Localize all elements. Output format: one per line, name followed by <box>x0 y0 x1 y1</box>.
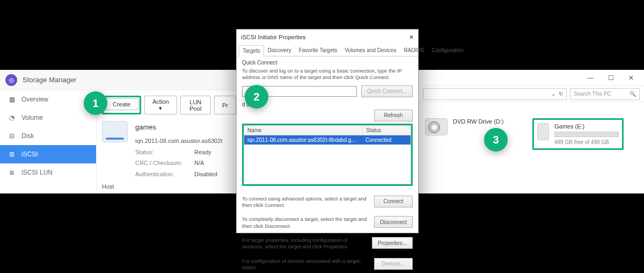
lun-icon: ≣ <box>8 168 16 177</box>
quick-connect-button[interactable]: Quick Connect... <box>361 85 413 97</box>
host-label: Host <box>102 183 236 190</box>
capacity-bar <box>554 132 619 137</box>
iscsi-icon: ⊞ <box>8 150 16 159</box>
close-icon[interactable]: ✕ <box>409 34 414 41</box>
sidebar-item-iscsi-lun[interactable]: ≣ iSCSI LUN <box>0 163 96 182</box>
drive-label: DVD RW Drive (D:) <box>453 118 504 125</box>
storage-manager-window: ◎ Storage Manager ▦ Overview ◔ Volume ⊟ … <box>0 70 241 193</box>
step-badge-1: 1 <box>84 91 107 115</box>
discovered-targets-label: d targets <box>242 102 413 107</box>
lun-pool-button[interactable]: LUN Pool <box>180 96 211 114</box>
iscsi-initiator-dialog: iSCSI Initiator Properties ✕ Targets Dis… <box>236 29 419 233</box>
hdd-drive-icon <box>537 123 549 140</box>
status-value: Ready <box>194 149 211 155</box>
storage-manager-sidebar: ▦ Overview ◔ Volume ⊟ Disk ⊞ iSCSI ≣ iSC… <box>0 90 97 193</box>
search-placeholder: Search This PC <box>574 91 611 97</box>
overview-icon: ▦ <box>8 95 16 104</box>
sidebar-item-disk[interactable]: ⊟ Disk <box>0 127 96 145</box>
disconnect-desc: To completely disconnect a target, selec… <box>242 216 369 229</box>
step-badge-3: 3 <box>484 128 508 152</box>
target-iqn: iqn.2011-08.com.asustor.as6302t <box>135 135 223 147</box>
storage-manager-toolbar: Create Action ▾ LUN Pool Pr <box>102 96 236 114</box>
sidebar-label: iSCSI <box>21 150 38 158</box>
action-button[interactable]: Action ▾ <box>144 96 177 114</box>
drive-games[interactable]: Games (E:) 499 GB free of 499 GB <box>554 123 619 145</box>
disconnect-button[interactable]: Disconnect <box>374 216 413 228</box>
tab-favorite-targets[interactable]: Favorite Targets <box>295 45 341 56</box>
status-label: Status: <box>135 147 194 158</box>
target-name: games <box>135 121 223 134</box>
devices-button[interactable]: Devices... <box>374 258 413 270</box>
dropdown-icon[interactable]: ⌄ <box>551 91 555 97</box>
tab-discovery[interactable]: Discovery <box>264 45 295 56</box>
storage-manager-title: Storage Manager <box>23 76 76 84</box>
quick-connect-desc: To discover and log on to a target using… <box>242 68 413 81</box>
target-row-status: Connected <box>362 135 411 145</box>
col-name: Name <box>244 126 362 135</box>
quick-connect-group: Quick Connect <box>242 60 413 66</box>
crc-label: CRC / Checksum: <box>135 157 194 169</box>
sidebar-label: iSCSI LUN <box>21 169 53 176</box>
window-close-button[interactable]: ✕ <box>621 71 641 84</box>
disk-icon <box>102 121 128 142</box>
properties-desc: For target properties, including configu… <box>242 237 367 250</box>
storage-manager-titlebar: ◎ Storage Manager <box>0 70 241 90</box>
iscsi-dialog-titlebar: iSCSI Initiator Properties ✕ <box>237 30 418 45</box>
sidebar-item-overview[interactable]: ▦ Overview <box>0 90 96 109</box>
connect-desc: To connect using advanced options, selec… <box>242 196 369 209</box>
targets-list-highlight: Name Status iqn.2011-08.com.asustor:as63… <box>242 124 413 186</box>
properties-button[interactable]: Properties... <box>372 237 413 249</box>
auth-value: Disabled <box>194 171 217 177</box>
sidebar-item-iscsi[interactable]: ⊞ iSCSI <box>0 145 96 163</box>
col-status: Status <box>362 126 411 135</box>
search-field[interactable]: Search This PC 🔍 <box>570 88 640 100</box>
connect-button[interactable]: Connect <box>374 196 413 207</box>
create-highlight: Create <box>102 96 141 114</box>
auth-label: Authentication: <box>135 169 194 180</box>
sidebar-label: Overview <box>21 96 48 103</box>
explorer-titlebar: — ☐ ✕ <box>419 70 644 86</box>
crc-value: N/A <box>194 160 204 166</box>
iscsi-dialog-title: iSCSI Initiator Properties <box>241 34 305 40</box>
drive-label: Games (E:) <box>554 123 619 130</box>
search-icon: 🔍 <box>630 91 636 97</box>
volume-icon: ◔ <box>8 113 16 122</box>
dvd-drive-icon <box>425 118 448 135</box>
tab-configuration[interactable]: Configuration <box>428 45 467 56</box>
sidebar-label: Disk <box>21 132 34 140</box>
explorer-address-bar: ⌄ ↻ Search This PC 🔍 <box>419 86 644 102</box>
window-max-button[interactable]: ☐ <box>601 71 620 84</box>
storage-manager-logo-icon: ◎ <box>5 74 17 86</box>
explorer-window: — ☐ ✕ ⌄ ↻ Search This PC 🔍 DVD RW Drive … <box>419 70 644 193</box>
refresh-icon[interactable]: ↻ <box>559 91 563 97</box>
sidebar-item-volume[interactable]: ◔ Volume <box>0 109 96 127</box>
create-button[interactable]: Create <box>105 98 138 110</box>
tab-volumes-devices[interactable]: Volumes and Devices <box>341 45 400 56</box>
iscsi-target-entry[interactable]: games iqn.2011-08.com.asustor.as6302t St… <box>102 121 236 180</box>
targets-list-header: Name Status <box>244 125 411 135</box>
address-field[interactable]: ⌄ ↻ <box>423 88 567 100</box>
tab-radius[interactable]: RADIUS <box>400 45 428 56</box>
drive-games-highlight: Games (E:) 499 GB free of 499 GB <box>532 118 624 150</box>
sidebar-label: Volume <box>21 114 43 121</box>
preferences-button[interactable]: Pr <box>214 96 236 114</box>
window-min-button[interactable]: — <box>581 71 600 84</box>
step-badge-2: 2 <box>245 85 268 109</box>
disk-icon: ⊟ <box>8 132 16 140</box>
refresh-button[interactable]: Refresh <box>374 110 413 121</box>
drive-capacity: 499 GB free of 499 GB <box>554 139 619 145</box>
target-row-name: iqn.2011-08.com.asustor:as6302t-8bdabd.g… <box>244 135 362 145</box>
tab-targets[interactable]: Targets <box>239 45 264 56</box>
iscsi-tabs: Targets Discovery Favorite Targets Volum… <box>237 45 418 56</box>
devices-desc: For configuration of devices associated … <box>242 258 369 271</box>
targets-list[interactable]: iqn.2011-08.com.asustor:as6302t-8bdabd.g… <box>244 135 411 184</box>
target-row[interactable]: iqn.2011-08.com.asustor:as6302t-8bdabd.g… <box>244 135 411 145</box>
